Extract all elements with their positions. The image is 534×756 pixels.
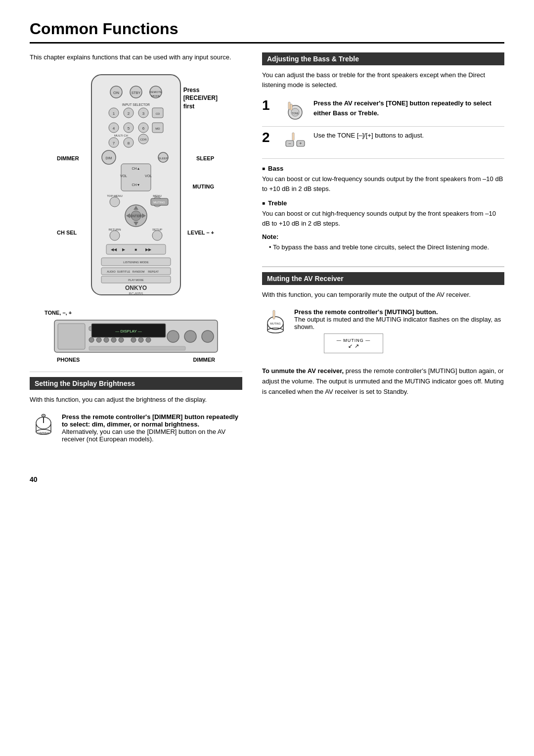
- dimmer-receiver-label: DIMMER: [193, 357, 215, 363]
- tone-label: TONE, –, +: [30, 310, 242, 316]
- svg-text:MUTING: MUTING: [270, 322, 281, 325]
- bass-text: You can boost or cut low-frequency sound…: [262, 174, 504, 193]
- muting-bottom-strong: To unmute the AV receiver,: [262, 367, 344, 375]
- step-2-num: 2: [262, 131, 277, 144]
- muting-icon: MUTING: [262, 308, 289, 335]
- treble-heading: Treble: [262, 199, 504, 207]
- svg-text:3: 3: [142, 111, 145, 116]
- svg-text:VOL: VOL: [145, 174, 152, 178]
- remote-svg: ON STBY REMOTE MODE INPUT SELECTOR 1 2 3: [79, 72, 193, 300]
- step-1-num: 1: [262, 98, 277, 112]
- svg-text:ENTER: ENTER: [130, 214, 142, 218]
- note-heading: Note:: [262, 233, 504, 240]
- brightness-step-heading: Press the remote controller's [DIMMER] b…: [62, 413, 238, 428]
- svg-text:RC-605S: RC-605S: [129, 292, 143, 295]
- muting-heading: Muting the AV Receiver: [262, 272, 504, 285]
- phones-dimmer-labels: PHONES DIMMER: [52, 355, 220, 363]
- svg-text:— DISPLAY —: — DISPLAY —: [115, 329, 142, 333]
- svg-text:DIM: DIM: [106, 156, 112, 160]
- svg-text:4: 4: [113, 126, 115, 131]
- level-label: LEVEL – +: [187, 230, 214, 236]
- svg-text:1: 1: [113, 111, 115, 116]
- svg-point-77: [89, 337, 94, 342]
- svg-text:DIMMER: DIMMER: [37, 431, 49, 434]
- svg-text:SLEEP: SLEEP: [158, 157, 168, 160]
- dimmer-remote-label: DIMMER: [57, 155, 79, 161]
- svg-text:INPUT SELECTOR: INPUT SELECTOR: [122, 103, 150, 106]
- svg-point-80: [111, 337, 116, 342]
- muting-display-line: — MUTING —: [337, 338, 371, 343]
- svg-text:VOL: VOL: [120, 174, 127, 178]
- muting-section: Muting the AV Receiver With this functio…: [262, 266, 504, 397]
- svg-text:MODE: MODE: [151, 94, 160, 97]
- muting-display-diagram: — MUTING — ↙ ↗: [324, 333, 383, 353]
- svg-point-109: [267, 328, 283, 333]
- muting-step: MUTING Press the remote controller's [MU…: [262, 304, 504, 360]
- receiver-panel-svg: — DISPLAY —: [52, 318, 220, 355]
- display-brightness-heading: Setting the Display Brightness: [30, 377, 242, 390]
- svg-text:CH▲: CH▲: [132, 167, 140, 170]
- page-number: 40: [30, 475, 504, 483]
- svg-point-87: [202, 331, 214, 342]
- svg-point-85: [167, 331, 179, 342]
- step-1-icon: TONE: [283, 98, 308, 122]
- svg-text:CDR: CDR: [140, 138, 147, 141]
- svg-point-57: [152, 231, 162, 240]
- phones-label: PHONES: [57, 357, 80, 363]
- muting-step-desc: The output is muted and the MUTING indic…: [294, 316, 504, 331]
- muting-step-heading: Press the remote controller's [MUTING] b…: [294, 308, 438, 316]
- note-bullet: To bypass the bass and treble tone circu…: [262, 242, 504, 252]
- treble-text: You can boost or cut high-frequency soun…: [262, 209, 504, 228]
- bass-treble-section: Adjusting the Bass & Treble You can adju…: [262, 52, 504, 252]
- note-section: Note: To bypass the bass and treble tone…: [262, 233, 504, 252]
- svg-text:2: 2: [128, 111, 130, 116]
- svg-text:–: –: [288, 141, 291, 146]
- svg-point-97: [42, 414, 45, 417]
- svg-point-56: [110, 231, 120, 240]
- svg-text:+: +: [299, 141, 302, 146]
- svg-text:7: 7: [113, 141, 115, 145]
- bass-treble-heading: Adjusting the Bass & Treble: [262, 52, 504, 65]
- svg-point-86: [184, 331, 196, 342]
- svg-text:▶▶: ▶▶: [145, 247, 152, 252]
- step-2-row: 2 – + Use the TONE [–]/[+] buttons to ad…: [262, 127, 504, 159]
- svg-point-81: [119, 337, 124, 342]
- muting-remote-label: MUTING: [193, 184, 214, 189]
- svg-point-84: [146, 337, 151, 342]
- svg-text:MD: MD: [155, 127, 160, 130]
- svg-point-83: [138, 337, 143, 342]
- svg-text:PLAY MODE: PLAY MODE: [128, 279, 144, 282]
- step-2-text: Use the TONE [–]/[+] buttons to adjust.: [313, 131, 504, 141]
- svg-rect-75: [58, 324, 85, 349]
- svg-text:REPEAT: REPEAT: [148, 270, 159, 273]
- svg-point-78: [96, 337, 101, 342]
- svg-point-43: [110, 197, 120, 207]
- svg-text:SUBTITLE: SUBTITLE: [117, 270, 131, 273]
- svg-point-82: [131, 337, 136, 342]
- step-1-row: 1 TONE Press the AV receiver's [TONE] bu…: [262, 94, 504, 127]
- brightness-step-alt: Alternatively, you can use the [DIMMER] …: [62, 428, 242, 443]
- svg-text:REMOTE: REMOTE: [149, 91, 162, 94]
- svg-text:LISTENING MODE: LISTENING MODE: [123, 261, 148, 264]
- bass-treble-intro: You can adjust the bass or treble for th…: [262, 70, 504, 90]
- svg-text:5: 5: [128, 126, 130, 131]
- svg-text:STBY: STBY: [132, 91, 141, 94]
- brightness-icon: DIMMER: [30, 413, 57, 438]
- svg-text:8: 8: [128, 141, 130, 145]
- svg-text:TONE: TONE: [292, 112, 299, 115]
- brightness-step-text: Press the remote controller's [DIMMER] b…: [62, 413, 242, 443]
- svg-point-79: [104, 337, 109, 342]
- display-brightness-intro: With this function, you can adjust the b…: [30, 395, 242, 405]
- svg-text:■: ■: [135, 247, 137, 252]
- ch-sel-label: CH SEL: [57, 230, 77, 236]
- svg-text:ONKYO: ONKYO: [125, 284, 147, 291]
- svg-text:6: 6: [142, 126, 145, 131]
- display-brightness-section: Setting the Display Brightness With this…: [30, 372, 242, 447]
- svg-text:▶: ▶: [122, 247, 126, 252]
- receiver-area: TONE, –, +: [30, 310, 242, 363]
- muting-bottom-text: To unmute the AV receiver, press the rem…: [262, 366, 504, 397]
- svg-text:AUDIO: AUDIO: [107, 270, 116, 273]
- svg-text:MULTI CH: MULTI CH: [114, 134, 128, 137]
- muting-step-text: Press the remote controller's [MUTING] b…: [294, 308, 504, 356]
- muting-intro: With this function, you can temporarily …: [262, 290, 504, 300]
